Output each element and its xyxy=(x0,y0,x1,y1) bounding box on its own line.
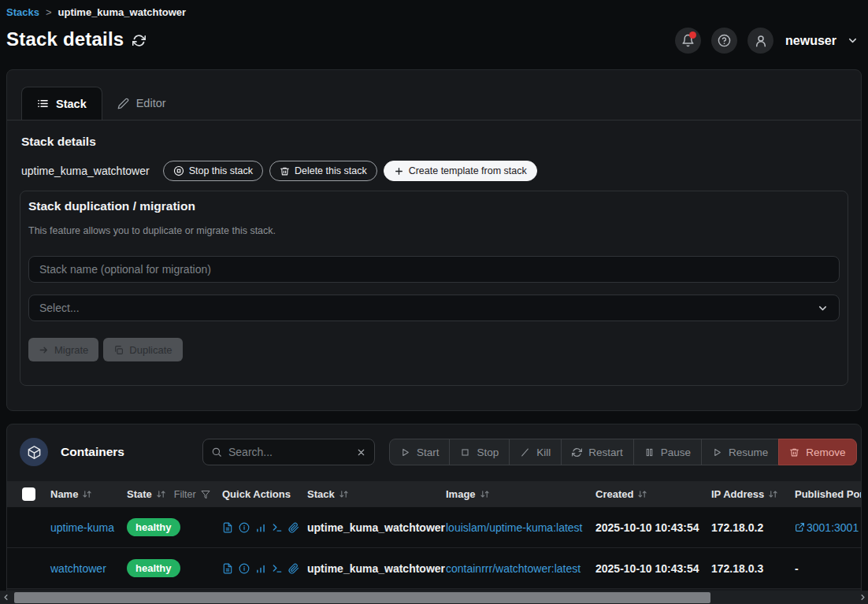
environment-select[interactable]: Select... xyxy=(28,295,840,321)
stop-stack-button[interactable]: Stop this stack xyxy=(163,161,263,181)
duplication-section: Stack duplication / migration This featu… xyxy=(20,191,848,386)
duplication-description: This feature allows you to duplicate or … xyxy=(28,225,841,236)
sort-icon[interactable] xyxy=(156,489,166,499)
filter-funnel-icon[interactable] xyxy=(201,490,210,499)
inspect-info-icon[interactable] xyxy=(239,563,250,574)
stats-icon[interactable] xyxy=(255,522,266,533)
sort-icon[interactable] xyxy=(768,489,778,499)
col-header-ip[interactable]: IP Address xyxy=(711,488,795,500)
containers-title: Containers xyxy=(61,445,124,459)
col-header-created[interactable]: Created xyxy=(595,488,711,500)
image-link[interactable]: containrrr/watchtower:latest xyxy=(446,562,581,575)
console-icon[interactable] xyxy=(272,522,283,533)
remove-label: Remove xyxy=(806,447,845,458)
play-icon xyxy=(400,447,410,458)
trash-icon xyxy=(280,166,290,176)
square-icon xyxy=(460,447,470,458)
horizontal-scrollbar xyxy=(0,591,868,604)
pause-button[interactable]: Pause xyxy=(633,439,702,465)
ip-cell: 172.18.0.3 xyxy=(711,562,795,575)
resume-button[interactable]: Resume xyxy=(701,439,779,465)
remove-button[interactable]: Remove xyxy=(778,439,856,465)
scrollbar-thumb[interactable] xyxy=(14,592,710,603)
start-button[interactable]: Start xyxy=(389,439,451,465)
create-template-button[interactable]: Create template from stack xyxy=(384,161,537,181)
breadcrumb-current: uptime_kuma_watchtower xyxy=(58,6,187,18)
external-link-icon[interactable] xyxy=(795,522,805,532)
published-port-cell: - xyxy=(795,562,861,575)
duplicate-label: Duplicate xyxy=(129,344,172,356)
scroll-right-icon[interactable] xyxy=(857,593,868,602)
published-port-link[interactable]: 3001:3001 xyxy=(807,521,859,534)
tab-editor[interactable]: Editor xyxy=(102,87,181,120)
status-badge: healthy xyxy=(127,559,180,577)
stop-button[interactable]: Stop xyxy=(449,439,510,465)
refresh-icon[interactable] xyxy=(132,34,146,47)
create-template-label: Create template from stack xyxy=(409,165,527,176)
image-link[interactable]: louislam/uptime-kuma:latest xyxy=(446,521,583,534)
page-title: Stack details xyxy=(6,28,124,50)
tabbar: Stack Editor xyxy=(7,70,861,120)
chevron-down-icon[interactable] xyxy=(847,35,859,46)
col-header-state[interactable]: State Filter xyxy=(127,488,222,500)
stats-icon[interactable] xyxy=(255,563,266,574)
breadcrumb-separator: > xyxy=(46,6,52,18)
duplication-heading: Stack duplication / migration xyxy=(28,199,841,213)
kill-label: Kill xyxy=(536,447,551,458)
start-label: Start xyxy=(417,447,440,458)
arrow-right-icon xyxy=(39,345,49,355)
containers-toolbar: Start Stop Kill Restart Pause Resume xyxy=(389,439,857,465)
select-value: Select... xyxy=(39,302,80,314)
trash-icon xyxy=(789,447,799,458)
stack-name-input[interactable] xyxy=(28,256,840,283)
col-header-name[interactable]: Name xyxy=(50,488,127,500)
breadcrumb: Stacks > uptime_kuma_watchtower xyxy=(6,6,186,18)
slash-icon xyxy=(520,447,530,458)
quick-actions xyxy=(222,522,307,533)
restart-button[interactable]: Restart xyxy=(561,439,634,465)
created-cell: 2025-10-10 10:43:54 xyxy=(595,562,711,575)
col-header-quick-actions: Quick Actions xyxy=(222,488,307,500)
logs-icon[interactable] xyxy=(222,522,233,533)
created-cell: 2025-10-10 10:43:54 xyxy=(595,521,711,534)
duplicate-button[interactable]: Duplicate xyxy=(103,338,182,361)
avatar[interactable] xyxy=(747,28,773,54)
tab-stack[interactable]: Stack xyxy=(21,87,102,120)
sort-icon[interactable] xyxy=(637,489,647,499)
select-all-checkbox[interactable] xyxy=(22,487,35,501)
notifications-button[interactable] xyxy=(675,28,701,54)
inspect-info-icon[interactable] xyxy=(239,522,250,533)
attach-icon[interactable] xyxy=(288,563,299,574)
sort-icon[interactable] xyxy=(480,489,490,499)
col-header-image[interactable]: Image xyxy=(446,488,595,500)
username[interactable]: newuser xyxy=(785,34,836,48)
sort-icon[interactable] xyxy=(339,489,349,499)
console-icon[interactable] xyxy=(272,563,283,574)
filter-label[interactable]: Filter xyxy=(174,489,196,500)
sort-icon[interactable] xyxy=(82,489,92,499)
migrate-button[interactable]: Migrate xyxy=(28,338,98,361)
clear-search-icon[interactable] xyxy=(356,447,366,458)
select-chevron-down-icon xyxy=(817,302,829,314)
scroll-left-icon[interactable] xyxy=(0,593,11,602)
help-button[interactable] xyxy=(711,28,737,54)
migrate-label: Migrate xyxy=(54,344,88,356)
delete-stack-button[interactable]: Delete this stack xyxy=(269,161,377,181)
stack-cell: uptime_kuma_watchtower xyxy=(307,562,446,575)
container-name-link[interactable]: watchtower xyxy=(50,562,106,575)
table-header-row: Name State Filter Quick Actions Stack Im… xyxy=(7,481,861,507)
search-input[interactable] xyxy=(228,446,350,458)
stack-details-heading: Stack details xyxy=(21,135,847,149)
attach-icon[interactable] xyxy=(288,522,299,533)
col-header-stack[interactable]: Stack xyxy=(307,488,446,500)
pause-label: Pause xyxy=(661,447,691,458)
kill-button[interactable]: Kill xyxy=(509,439,562,465)
scrollbar-track[interactable] xyxy=(11,591,857,604)
breadcrumb-stacks-link[interactable]: Stacks xyxy=(6,6,39,18)
logs-icon[interactable] xyxy=(222,563,233,574)
container-name-link[interactable]: uptime-kuma xyxy=(50,521,114,534)
status-badge: healthy xyxy=(127,518,180,536)
pause-icon xyxy=(644,447,655,458)
resume-play-icon xyxy=(712,447,722,458)
col-header-published-ports[interactable]: Published Ports xyxy=(795,488,861,500)
